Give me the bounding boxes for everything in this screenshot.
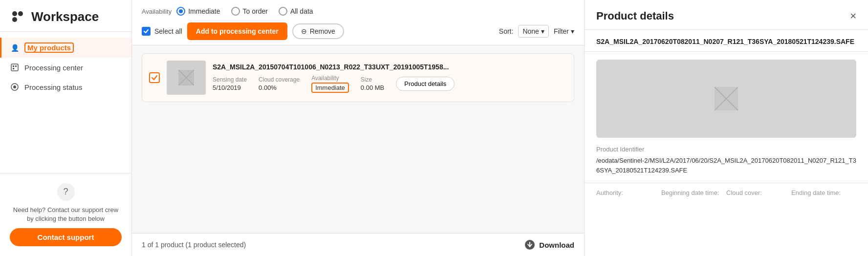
filter-label: Filter [554,27,569,35]
product-identifier-label: Product Identifier [596,146,856,153]
sensing-date-value: 5/10/2019 [213,84,247,91]
details-identifier-section: Product Identifier /eodata/Sentinel-2/MS… [585,146,868,183]
details-header: Product details × [585,0,868,30]
svg-point-8 [13,85,16,88]
svg-point-2 [12,17,17,22]
radio-label-to-order: To order [243,7,268,15]
sensing-date-item: Sensing date 5/10/2019 [213,76,247,91]
svg-rect-4 [13,65,14,67]
details-panel: Product details × S2A_MSIL2A_20170620T08… [585,0,868,256]
sort-filter-row: Sort: None ▾ Filter ▾ [499,25,574,38]
svg-rect-6 [13,68,14,69]
radio-circle-immediate [176,7,185,16]
toolbar: Availability Immediate To order All data [132,0,584,45]
svg-rect-5 [15,65,17,67]
product-checkbox[interactable] [149,72,160,83]
sidebar-nav: 👤 My products Processing center [0,32,131,173]
products-icon: 👤 [10,43,20,53]
sidebar: Workspace 👤 My products Processing cente… [0,0,132,256]
select-all-checkbox[interactable]: Select all [142,27,182,36]
actions-row: Select all Add to processing center ⊖ Re… [142,22,574,40]
cloud-coverage-value: 0.00% [259,84,300,91]
radio-label-immediate: Immediate [188,7,220,15]
sidebar-item-my-products[interactable]: 👤 My products [0,38,131,58]
product-footer: 1 of 1 product (1 product selected) Down… [132,233,584,256]
product-details-button[interactable]: Product details [396,77,455,91]
authority-label: Authority: [596,189,661,196]
radio-circle-all-data [279,7,287,16]
sidebar-item-label-my-products: My products [27,43,71,52]
radio-to-order[interactable]: To order [231,7,268,16]
details-meta-ending-date: Ending date time: [791,189,856,198]
sidebar-header: Workspace [0,0,131,32]
download-label: Download [539,241,574,249]
download-icon [524,239,535,250]
availability-item: Availability Immediate [311,75,349,93]
sort-select[interactable]: None ▾ [518,25,548,38]
size-value: 0.00 MB [361,84,384,91]
sidebar-item-processing-center[interactable]: Processing center [0,58,131,77]
beginning-date-label: Beginning date time: [661,189,726,196]
cloud-cover-label: Cloud cover: [726,189,791,196]
product-count: 1 of 1 product (1 product selected) [142,241,246,249]
sort-chevron-icon: ▾ [541,27,544,35]
remove-icon: ⊖ [301,27,307,35]
sidebar-item-label-processing-center: Processing center [24,64,83,72]
details-meta-authority: Authority: [596,189,661,198]
svg-point-0 [12,11,17,16]
radio-immediate[interactable]: Immediate [176,7,220,16]
sort-value: None [522,27,539,35]
ending-date-label: Ending date time: [791,189,856,196]
radio-label-all-data: All data [290,7,313,15]
cloud-coverage-label: Cloud coverage [259,76,300,83]
main-content: Availability Immediate To order All data [132,0,585,256]
help-text: Need help? Contact our support crew by c… [10,206,122,223]
product-thumbnail [167,61,206,95]
filter-icon: ▾ [571,27,574,35]
availability-label: Availability [142,8,172,15]
app-title: Workspace [31,9,99,24]
app-logo [10,9,25,24]
product-card: S2A_MSIL2A_20150704T101006_N0213_R022_T3… [142,53,574,102]
product-identifier-value: /eodata/Sentinel-2/MSI/L2A/2017/06/20/S2… [596,156,856,175]
contact-support-button[interactable]: Contact support [10,228,122,246]
product-list: S2A_MSIL2A_20150704T101006_N0213_R022_T3… [132,45,584,233]
radio-all-data[interactable]: All data [279,7,313,16]
remove-button[interactable]: ⊖ Remove [292,23,344,39]
sidebar-item-processing-status[interactable]: Processing status [0,77,131,97]
svg-point-1 [18,11,23,16]
sidebar-footer: ? Need help? Contact our support crew by… [0,173,131,256]
sidebar-item-label-processing-status: Processing status [24,83,82,91]
size-label: Size [361,76,384,83]
nav-label-box: My products [24,43,74,53]
download-button[interactable]: Download [524,239,574,250]
add-to-processing-center-button[interactable]: Add to processing center [187,22,287,40]
availability-row: Availability Immediate To order All data [142,7,574,16]
product-meta: Sensing date 5/10/2019 Cloud coverage 0.… [213,75,567,93]
availability-item-label: Availability [311,75,349,82]
product-name: S2A_MSIL2A_20150704T101006_N0213_R022_T3… [213,63,567,71]
help-icon: ? [57,183,75,201]
details-meta-beginning-date: Beginning date time: [661,189,726,198]
sort-label: Sort: [499,27,514,35]
details-title: Product details [596,10,674,22]
remove-label: Remove [310,27,335,35]
select-all-label: Select all [154,27,182,35]
product-info: S2A_MSIL2A_20150704T101006_N0213_R022_T3… [213,63,567,93]
details-meta-cloud-cover: Cloud cover: [726,189,791,198]
availability-badge: Immediate [311,83,349,93]
details-meta-row: Authority: Beginning date time: Cloud co… [585,183,868,204]
close-button[interactable]: × [850,11,856,21]
cloud-coverage-item: Cloud coverage 0.00% [259,76,300,91]
svg-rect-3 [11,64,18,71]
details-product-name: S2A_MSIL2A_20170620T082011_N0207_R121_T3… [585,30,868,52]
radio-circle-to-order [231,7,240,16]
sensing-date-label: Sensing date [213,76,247,83]
filter-button[interactable]: Filter ▾ [554,27,574,35]
details-image [596,60,856,138]
checkbox-icon [142,27,151,36]
processing-status-icon [10,82,20,92]
size-item: Size 0.00 MB [361,76,384,91]
processing-center-icon [10,63,20,72]
